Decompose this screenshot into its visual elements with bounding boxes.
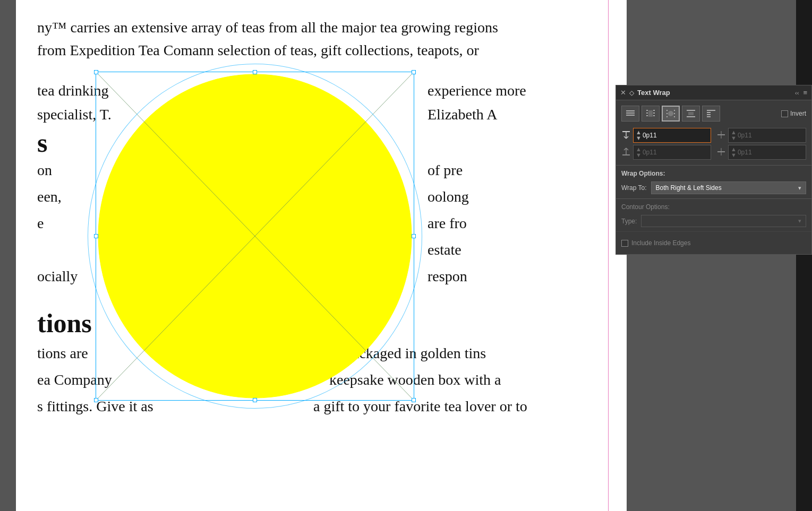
para1-right: of pre [428,162,463,179]
left-offset-input[interactable]: ▲ ▼ 0p11 [728,145,806,160]
include-edges-checkbox[interactable] [621,240,628,247]
wrap-options-section: Wrap Options: Wrap To: Both Right & Left… [616,165,811,198]
para5-left: ocially [37,268,78,285]
wrap-to-dropdown-arrow: ▾ [798,185,801,192]
right-offset-spinbox[interactable]: ▲ ▼ [731,129,737,141]
panel-close-button[interactable]: ✕ [620,89,626,97]
bottom-offset-icon [621,148,631,158]
text-line-4-right: Elizabeth A [428,106,497,123]
para2-left: een, [37,188,62,205]
invert-label: Invert [790,110,806,117]
para3-right: are fro [428,215,467,232]
wrap-mode-jump-next-column[interactable] [702,106,720,122]
bottom-offset-spinbox[interactable]: ▲ ▼ [636,146,642,158]
left-offset-field: ▲ ▼ 0p11 [716,145,806,160]
svg-rect-20 [688,112,694,115]
wrap-mode-no-wrap[interactable] [621,106,639,122]
wrap-options-title: Wrap Options: [621,170,806,177]
wrap-mode-object-shape[interactable] [662,106,680,122]
top-offset-value: 0p11 [643,132,664,139]
dark-strip [796,0,812,511]
right-offset-value: 0p11 [738,132,759,139]
wrap-to-label: Wrap To: [621,184,647,192]
svg-point-13 [668,111,673,116]
text-line-1: ny™ carries an extensive array of teas f… [37,16,616,39]
panel-diamond-icon: ◇ [629,89,634,97]
guide-line-1 [608,0,609,511]
include-edges-label: Include Inside Edges [631,239,690,247]
panel-titlebar: ✕ ◇ Text Wrap ‹‹ ≡ [616,85,811,100]
wrap-to-dropdown[interactable]: Both Right & Left Sides ▾ [651,181,806,194]
text-line-2: from Expedition Tea Comann selection of … [37,39,616,62]
wrap-mode-jump-object[interactable] [682,106,700,122]
panel-title: Text Wrap [637,89,670,97]
right-offset-field: ▲ ▼ 0p11 [716,128,806,143]
svg-rect-28 [622,131,630,132]
top-offset-spinbox[interactable]: ▲ ▼ [636,129,642,141]
top-offset-field: ▲ ▼ 0p11 [621,128,711,143]
contour-options-title: Contour Options: [621,203,806,211]
panel-titlebar-left: ✕ ◇ Text Wrap [620,89,670,97]
para4-right: estate [428,241,461,258]
include-edges-row[interactable]: Include Inside Edges [616,231,811,254]
invert-option[interactable]: Invert [781,110,806,117]
top-offset-icon [621,131,631,141]
panel-menu-button[interactable]: ≡ [803,89,807,97]
para1-left: on [37,162,52,179]
heading-s: s [37,127,47,158]
para3-left: e [37,215,44,232]
wrap-mode-bounding-box[interactable] [642,106,660,122]
bottom-offset-value: 0p11 [643,149,664,156]
heading-tions: tions [37,308,92,339]
type-dropdown-arrow: ▾ [798,218,801,224]
left-offset-value: 0p11 [738,149,759,156]
document-area: ny™ carries an extensive array of teas f… [0,0,812,511]
wrap-to-row: Wrap To: Both Right & Left Sides ▾ [621,181,806,194]
text-block-top: ny™ carries an extensive array of teas f… [37,16,616,62]
panel-collapse-button[interactable]: ‹‹ [795,90,799,96]
type-row: Type: ▾ [621,215,806,227]
para5-right: respon [428,268,467,285]
wrap-to-dropdown-value: Both Right & Left Sides [656,184,722,192]
type-dropdown[interactable]: ▾ [641,215,806,227]
right-offset-icon [716,131,726,141]
invert-checkbox[interactable] [781,110,788,117]
right-offset-input[interactable]: ▲ ▼ 0p11 [728,128,806,143]
para6-left: tions are [37,345,88,362]
svg-rect-34 [622,154,630,155]
text-wrap-panel: ✕ ◇ Text Wrap ‹‹ ≡ [616,85,812,255]
svg-rect-6 [648,110,653,117]
contour-options-section: Contour Options: Type: ▾ [616,198,811,231]
bottom-offset-field: ▲ ▼ 0p11 [621,145,711,160]
text-line-3-right: experience more [428,82,526,99]
para2-right: oolong [428,188,469,205]
offsets-area: ▲ ▼ 0p11 ▲ ▼ [616,125,811,165]
left-offset-icon [716,148,726,158]
type-label: Type: [621,218,637,225]
page-canvas: ny™ carries an extensive array of teas f… [16,0,627,511]
wrap-modes-row: Invert [616,100,811,125]
left-offset-spinbox[interactable]: ▲ ▼ [731,146,737,158]
bottom-offset-input[interactable]: ▲ ▼ 0p11 [633,145,711,160]
yellow-circle-object[interactable] [96,72,414,401]
top-offset-input[interactable]: ▲ ▼ 0p11 [633,128,711,143]
